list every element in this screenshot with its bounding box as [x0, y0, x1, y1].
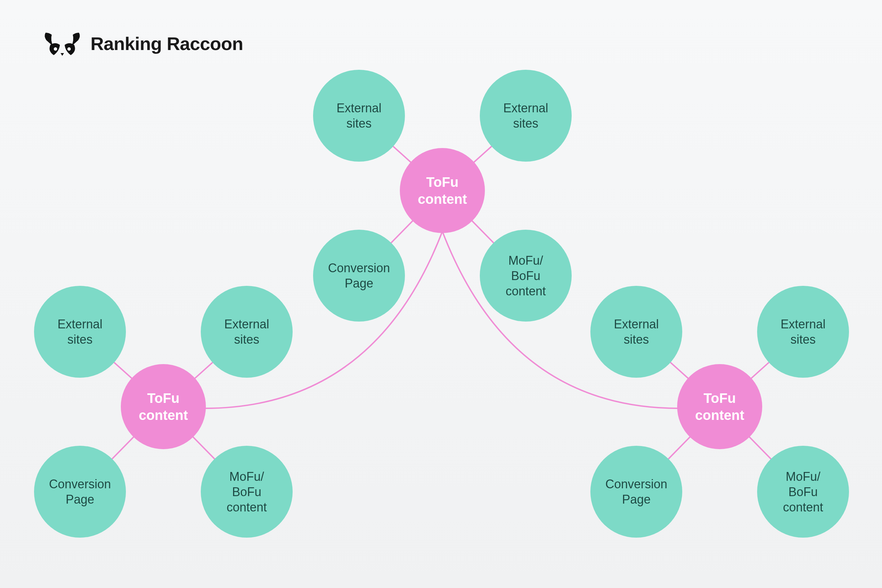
hub-label-l1: ToFu: [704, 390, 736, 406]
satellite-label-l1: External: [57, 316, 102, 332]
satellite-label-l3: content: [783, 500, 823, 515]
satellite-external-left-tl: External sites: [34, 286, 126, 378]
satellite-conversion-left: Conversion Page: [34, 446, 126, 538]
satellite-external-top-tr: External sites: [480, 70, 572, 162]
satellite-label-l1: MoFu/: [786, 469, 820, 484]
satellite-label-l2: sites: [234, 332, 259, 347]
satellite-label-l2: sites: [68, 332, 93, 347]
satellite-label-l2: sites: [346, 116, 372, 131]
satellite-label-l2: Page: [345, 276, 373, 291]
satellite-conversion-top: Conversion Page: [313, 230, 405, 322]
satellite-label-l1: MoFu/: [230, 469, 264, 484]
satellite-label-l3: content: [506, 284, 546, 299]
hub-label-l2: content: [418, 190, 467, 208]
satellite-conversion-right: Conversion Page: [590, 446, 682, 538]
satellite-external-top-tl: External sites: [313, 70, 405, 162]
satellite-label-l3: content: [226, 500, 267, 515]
satellite-label-l1: External: [224, 316, 269, 332]
satellite-label-l1: MoFu/: [508, 253, 543, 268]
diagram-canvas: Ranking Raccoon ToFu content External si…: [0, 0, 882, 588]
hub-tofu-right: ToFu content: [677, 364, 762, 449]
satellite-mofu-right: MoFu/ BoFu content: [757, 446, 849, 538]
satellite-external-left-tr: External sites: [201, 286, 292, 378]
hub-label-l2: content: [695, 406, 744, 424]
satellite-label-l2: BoFu: [788, 484, 818, 500]
hub-tofu-left: ToFu content: [121, 364, 206, 449]
satellite-label-l1: External: [781, 316, 825, 332]
satellite-label-l2: Page: [66, 492, 94, 507]
satellite-label-l1: Conversion: [49, 476, 111, 492]
satellite-mofu-top: MoFu/ BoFu content: [480, 230, 572, 322]
satellite-external-right-tl: External sites: [590, 286, 682, 378]
hub-label-l1: ToFu: [147, 390, 180, 406]
connector-lines: [0, 0, 882, 588]
satellite-label-l1: External: [336, 100, 381, 116]
satellite-label-l2: sites: [624, 332, 649, 347]
satellite-label-l1: External: [614, 316, 659, 332]
satellite-external-right-tr: External sites: [757, 286, 849, 378]
hub-tofu-top: ToFu content: [400, 148, 485, 233]
satellite-label-l2: BoFu: [511, 268, 540, 284]
satellite-label-l1: Conversion: [328, 260, 390, 276]
satellite-mofu-left: MoFu/ BoFu content: [201, 446, 292, 538]
satellite-label-l2: sites: [790, 332, 816, 347]
satellite-label-l2: sites: [513, 116, 538, 131]
satellite-label-l2: BoFu: [232, 484, 261, 500]
satellite-label-l1: External: [503, 100, 548, 116]
hub-label-l2: content: [139, 406, 188, 424]
satellite-label-l2: Page: [622, 492, 651, 507]
hub-label-l1: ToFu: [426, 174, 459, 190]
satellite-label-l1: Conversion: [605, 476, 667, 492]
